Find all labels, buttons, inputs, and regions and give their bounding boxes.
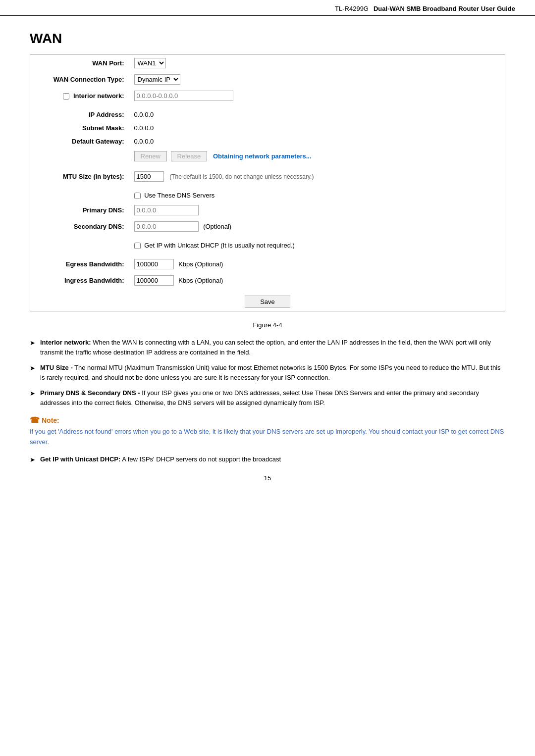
page-header: TL-R4299G Dual-WAN SMB Broadband Router … xyxy=(0,0,535,16)
interior-network-input[interactable] xyxy=(134,91,233,101)
bullet-arrow-4: ➤ xyxy=(30,455,35,465)
unicast-dhcp-checkbox[interactable] xyxy=(134,243,141,249)
bullet-interior-network: ➤ interior network: When the WAN is conn… xyxy=(30,338,505,357)
wan-connection-type-label: WAN Connection Type: xyxy=(30,71,129,88)
page-number: 15 xyxy=(30,474,505,482)
bullet-2-term: MTU Size - xyxy=(40,364,73,371)
ingress-bandwidth-row: Ingress Bandwidth: Kbps (Optional) xyxy=(30,272,505,289)
bullet-1-text: When the WAN is connecting with a LAN, y… xyxy=(40,339,491,356)
wan-port-label: WAN Port: xyxy=(30,55,129,72)
release-button[interactable]: Release xyxy=(171,151,208,161)
note-section: ☎ Note: If you get 'Address not found' e… xyxy=(30,415,505,448)
use-dns-label: Use These DNS Servers xyxy=(144,192,214,199)
bullet-arrow-3: ➤ xyxy=(30,389,35,399)
secondary-dns-label: Secondary DNS: xyxy=(30,218,129,235)
use-dns-row: Use These DNS Servers xyxy=(30,189,505,202)
default-gateway-row: Default Gateway: 0.0.0.0 xyxy=(30,135,505,148)
ip-address-label: IP Address: xyxy=(30,108,129,121)
wan-port-row: WAN Port: WAN1 WAN2 xyxy=(30,55,505,72)
bullet-1-term: interior network: xyxy=(40,339,91,346)
mtu-size-label: MTU Size (in bytes): xyxy=(30,168,129,185)
primary-dns-input[interactable] xyxy=(134,205,199,215)
subnet-mask-value: 0.0.0.0 xyxy=(129,121,505,135)
default-gateway-label: Default Gateway: xyxy=(30,135,129,148)
wan-form-table: WAN Port: WAN1 WAN2 WAN Connection Type:… xyxy=(30,54,505,311)
renew-release-row: Renew Release Obtaining network paramete… xyxy=(30,148,505,164)
interior-network-checkbox[interactable] xyxy=(63,93,69,100)
egress-bandwidth-input[interactable] xyxy=(134,259,174,269)
note-text: If you get 'Address not found' errors wh… xyxy=(30,427,505,448)
wan-connection-type-select[interactable]: Dynamic IP Static IP PPPoE xyxy=(134,74,180,85)
note-icon: ☎ xyxy=(30,415,40,425)
ingress-bandwidth-unit: Kbps (Optional) xyxy=(178,277,223,284)
primary-dns-label: Primary DNS: xyxy=(30,202,129,218)
ingress-bandwidth-label: Ingress Bandwidth: xyxy=(30,272,129,289)
primary-dns-row: Primary DNS: xyxy=(30,202,505,218)
subnet-mask-label: Subnet Mask: xyxy=(30,121,129,135)
header-model: TL-R4299G xyxy=(335,5,369,12)
ingress-bandwidth-input[interactable] xyxy=(134,275,174,286)
mtu-note: (The default is 1500, do not change unle… xyxy=(169,173,314,180)
wan-connection-type-value: Dynamic IP Static IP PPPoE xyxy=(129,71,505,88)
egress-bandwidth-unit: Kbps (Optional) xyxy=(178,260,223,268)
bullet-3-term: Primary DNS & Secondary DNS - xyxy=(40,389,140,397)
bullet-dns: ➤ Primary DNS & Secondary DNS - If your … xyxy=(30,388,505,407)
renew-button[interactable]: Renew xyxy=(134,151,167,161)
last-bullet-text: A few ISPs' DHCP servers do not support … xyxy=(120,455,281,463)
save-row: Save xyxy=(30,293,505,311)
obtaining-text: Obtaining network parameters... xyxy=(213,152,312,160)
save-button[interactable]: Save xyxy=(245,296,290,308)
unicast-dhcp-row: Get IP with Unicast DHCP (It is usually … xyxy=(30,239,505,252)
secondary-dns-row: Secondary DNS: (Optional) xyxy=(30,218,505,235)
wan-connection-type-row: WAN Connection Type: Dynamic IP Static I… xyxy=(30,71,505,88)
last-bullet-list: ➤ Get IP with Unicast DHCP: A few ISPs' … xyxy=(30,454,505,465)
wan-port-value: WAN1 WAN2 xyxy=(129,55,505,72)
last-bullet-term: Get IP with Unicast DHCP: xyxy=(40,455,120,463)
bullet-2-text: The normal MTU (Maximum Transmission Uni… xyxy=(40,364,501,381)
note-label: ☎ Note: xyxy=(30,415,505,425)
interior-network-value xyxy=(129,88,505,104)
description-list: ➤ interior network: When the WAN is conn… xyxy=(30,338,505,407)
egress-bandwidth-row: Egress Bandwidth: Kbps (Optional) xyxy=(30,256,505,272)
bullet-arrow-1: ➤ xyxy=(30,338,35,348)
mtu-size-value: (The default is 1500, do not change unle… xyxy=(129,168,505,185)
secondary-dns-optional: (Optional) xyxy=(203,223,231,230)
interior-network-label: Interior network: xyxy=(30,88,129,104)
interior-network-row: Interior network: xyxy=(30,88,505,104)
mtu-size-row: MTU Size (in bytes): (The default is 150… xyxy=(30,168,505,185)
use-dns-checkbox[interactable] xyxy=(134,193,141,199)
default-gateway-value: 0.0.0.0 xyxy=(129,135,505,148)
wan-port-select[interactable]: WAN1 WAN2 xyxy=(134,58,166,68)
bullet-arrow-2: ➤ xyxy=(30,363,35,373)
figure-caption: Figure 4-4 xyxy=(30,321,505,329)
bullet-unicast-dhcp: ➤ Get IP with Unicast DHCP: A few ISPs' … xyxy=(30,454,505,465)
secondary-dns-input[interactable] xyxy=(134,221,199,232)
bullet-mtu-size: ➤ MTU Size - The normal MTU (Maximum Tra… xyxy=(30,363,505,382)
main-content: WAN WAN Port: WAN1 WAN2 WAN Connection T… xyxy=(0,16,535,492)
unicast-dhcp-label: Get IP with Unicast DHCP (It is usually … xyxy=(144,242,295,249)
mtu-size-input[interactable] xyxy=(134,171,164,182)
wan-title: WAN xyxy=(30,31,505,47)
ip-address-row: IP Address: 0.0.0.0 xyxy=(30,108,505,121)
ip-address-value: 0.0.0.0 xyxy=(129,108,505,121)
header-title: Dual-WAN SMB Broadband Router User Guide xyxy=(374,5,515,12)
egress-bandwidth-label: Egress Bandwidth: xyxy=(30,256,129,272)
subnet-mask-row: Subnet Mask: 0.0.0.0 xyxy=(30,121,505,135)
